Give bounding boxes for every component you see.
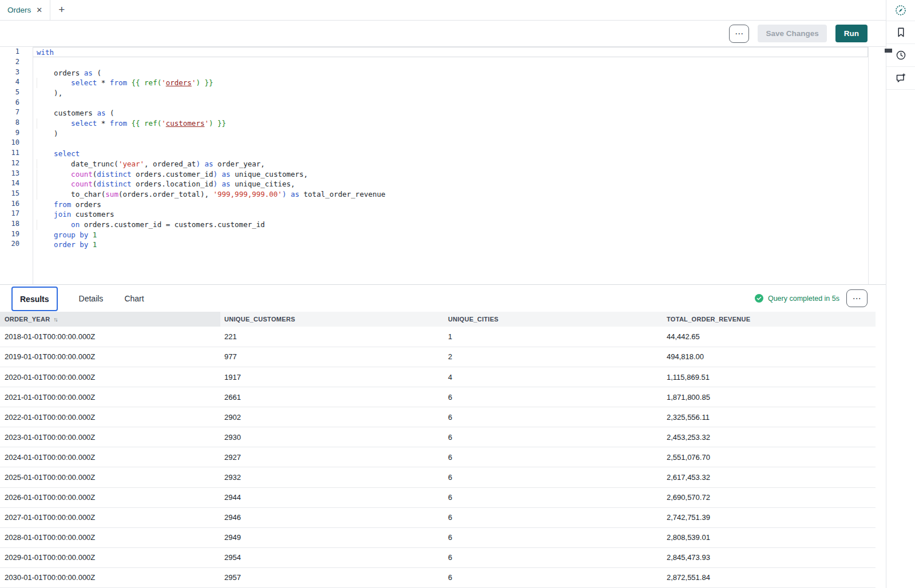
new-tab-button[interactable]: + (50, 0, 73, 20)
code-line[interactable]: customers as ( (33, 108, 868, 118)
tab-details[interactable]: Details (79, 294, 104, 303)
code-line[interactable]: from orders (33, 199, 868, 209)
table-cell: 2026-01-01T00:00:00.000Z (0, 487, 220, 507)
more-options-button[interactable]: ⋯ (729, 25, 749, 43)
code-line[interactable]: orders as ( (33, 67, 868, 78)
query-status: Query completed in 5s (755, 294, 839, 303)
close-icon[interactable]: ✕ (36, 6, 42, 14)
code-line-row[interactable]: 2 (0, 57, 886, 67)
check-circle-icon (755, 294, 763, 303)
table-cell: 6 (444, 547, 663, 567)
ai-chat-button[interactable] (886, 67, 915, 90)
code-line[interactable]: count(distinct orders.location_id) as un… (33, 178, 868, 189)
code-line[interactable]: select * from {{ ref('orders') }} (33, 77, 868, 88)
table-cell: 6 (444, 467, 663, 487)
table-cell: 2949 (220, 527, 444, 547)
code-line-row[interactable]: 4 select * from {{ ref('orders') }} (0, 77, 886, 88)
code-line-row[interactable]: 12 date_trunc('year', ordered_at) as ord… (0, 158, 886, 169)
code-line-row[interactable]: 7 customers as ( (0, 108, 886, 118)
code-line-row[interactable]: 5 ), (0, 88, 886, 98)
indent-guide (37, 189, 54, 200)
table-cell: 2020-01-01T00:00:00.000Z (0, 367, 220, 387)
indent-guide (37, 169, 54, 180)
run-button[interactable]: Run (835, 25, 868, 42)
code-line[interactable] (33, 98, 868, 108)
code-line[interactable] (33, 138, 868, 148)
table-cell: 2022-01-01T00:00:00.000Z (0, 407, 220, 427)
code-line[interactable]: select * from {{ ref('customers') }} (33, 118, 868, 128)
code-line-row[interactable]: 11 select (0, 148, 886, 158)
results-more-button[interactable]: ⋯ (846, 289, 868, 307)
code-line-row[interactable]: 8 select * from {{ ref('customers') }} (0, 118, 886, 128)
table-cell: 1,871,800.85 (663, 387, 876, 407)
scrollbar-thumb[interactable] (885, 49, 892, 53)
table-cell: 1,115,869.51 (663, 367, 876, 387)
table-cell: 2018-01-01T00:00:00.000Z (0, 327, 220, 347)
table-cell: 2028-01-01T00:00:00.000Z (0, 527, 220, 547)
code-line[interactable] (33, 57, 868, 67)
table-row: 2021-01-01T00:00:00.000Z266161,871,800.8… (0, 387, 876, 407)
column-header[interactable]: TOTAL_ORDER_REVENUE (663, 312, 876, 327)
code-line[interactable]: to_char(sum(orders.order_total), '999,99… (33, 189, 868, 199)
tab-orders[interactable]: Orders ✕ (0, 0, 50, 20)
code-line[interactable]: group by 1 (33, 229, 868, 240)
table-cell: 2954 (220, 547, 444, 567)
code-line-row[interactable]: 15 to_char(sum(orders.order_total), '999… (0, 189, 886, 199)
table-cell: 2025-01-01T00:00:00.000Z (0, 467, 220, 487)
code-line[interactable]: select (33, 148, 868, 158)
bookmarks-button[interactable] (886, 21, 915, 44)
indent-guide (37, 118, 54, 129)
copilot-button[interactable] (886, 0, 915, 21)
table-cell: 221 (220, 327, 444, 347)
column-header[interactable]: ORDER_YEAR↑↓ (0, 312, 220, 327)
code-line-row[interactable]: 20 order by 1 (0, 239, 886, 249)
code-line[interactable]: date_trunc('year', ordered_at) as order_… (33, 158, 868, 169)
code-line[interactable]: with (33, 47, 868, 57)
table-cell: 2661 (220, 387, 444, 407)
table-cell: 2029-01-01T00:00:00.000Z (0, 547, 220, 567)
table-row: 2025-01-01T00:00:00.000Z293262,617,453.3… (0, 467, 876, 487)
code-line-row[interactable]: 1with (0, 47, 886, 57)
code-line-row[interactable]: 16 from orders (0, 199, 886, 209)
code-line-row[interactable]: 18 on orders.customer_id = customers.cus… (0, 219, 886, 229)
code-line[interactable]: join customers (33, 209, 868, 219)
code-line-row[interactable]: 13 count(distinct orders.customer_id) as… (0, 169, 886, 179)
column-header[interactable]: UNIQUE_CUSTOMERS (220, 312, 444, 327)
line-number: 16 (0, 199, 33, 209)
code-line-row[interactable]: 14 count(distinct orders.location_id) as… (0, 178, 886, 189)
tab-results[interactable]: Results (11, 287, 58, 311)
table-cell: 2,551,076.70 (663, 447, 876, 467)
tab-orders-label: Orders (7, 6, 31, 14)
sql-editor[interactable]: 1with23 orders as (4 select * from {{ re… (0, 47, 886, 284)
code-line[interactable]: order by 1 (33, 239, 868, 249)
code-line-row[interactable]: 6 (0, 98, 886, 108)
column-header-label: ORDER_YEAR (5, 316, 50, 323)
code-line[interactable]: ), (33, 88, 868, 98)
table-cell: 6 (444, 507, 663, 527)
table-row: 2030-01-01T00:00:00.000Z295762,872,551.8… (0, 567, 876, 587)
tab-chart[interactable]: Chart (124, 294, 144, 303)
table-cell: 2,742,751.39 (663, 507, 876, 527)
code-line-row[interactable]: 19 group by 1 (0, 229, 886, 240)
column-header[interactable]: UNIQUE_CITIES (444, 312, 663, 327)
bookmark-icon (896, 27, 906, 38)
line-number: 11 (0, 148, 33, 158)
table-cell: 4 (444, 367, 663, 387)
line-number: 5 (0, 88, 33, 98)
results-table: ORDER_YEAR↑↓UNIQUE_CUSTOMERSUNIQUE_CITIE… (0, 312, 876, 588)
line-number: 13 (0, 169, 33, 179)
code-line-row[interactable]: 10 (0, 138, 886, 148)
save-changes-button[interactable]: Save Changes (758, 25, 826, 42)
line-number: 14 (0, 178, 33, 189)
copilot-compass-icon (895, 5, 906, 16)
editor-tab-bar: Orders ✕ + (0, 0, 886, 21)
table-cell: 6 (444, 527, 663, 547)
code-line-row[interactable]: 9 ) (0, 128, 886, 138)
code-line-row[interactable]: 3 orders as ( (0, 67, 886, 78)
history-button[interactable] (886, 44, 915, 67)
code-line[interactable]: on orders.customer_id = customers.custom… (33, 219, 868, 229)
code-line[interactable]: ) (33, 128, 868, 138)
code-line-row[interactable]: 17 join customers (0, 209, 886, 219)
column-header-label: UNIQUE_CITIES (448, 316, 498, 323)
code-line[interactable]: count(distinct orders.customer_id) as un… (33, 169, 868, 179)
